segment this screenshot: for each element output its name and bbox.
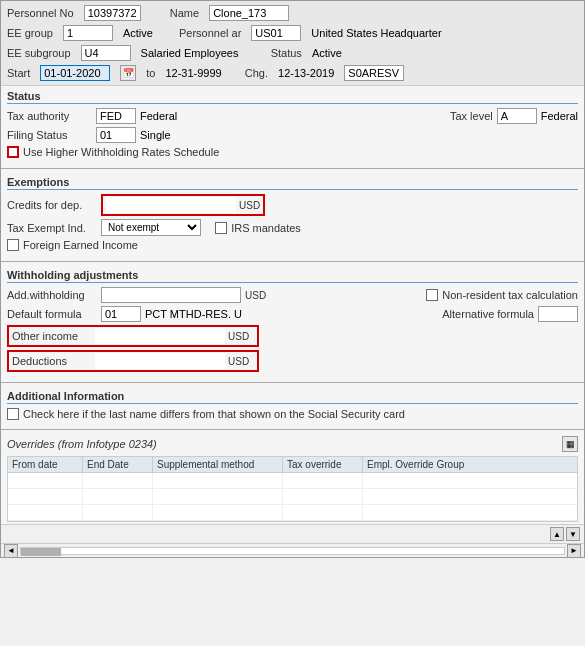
chg-date: 12-13-2019 (278, 67, 334, 79)
scroll-thumb (21, 548, 61, 556)
chg-label: Chg. (245, 67, 268, 79)
scroll-right-btn[interactable]: ► (567, 544, 581, 558)
col-end-date: End Date (83, 457, 153, 472)
cell-supplemental-2 (153, 489, 283, 504)
ee-group-code: 1 (63, 25, 113, 41)
tax-authority-label: Tax authority (7, 110, 92, 122)
alternative-formula-input[interactable] (538, 306, 578, 322)
credits-for-dep-row: Credits for dep. USD (7, 194, 578, 216)
ee-group-status: Active (123, 27, 153, 39)
tax-level-name: Federal (541, 110, 578, 122)
deductions-currency: USD (228, 356, 249, 367)
status-value: Active (312, 47, 342, 59)
status-label: Status (271, 47, 302, 59)
deductions-label: Deductions (12, 355, 92, 367)
additional-section: Additional Information Check here if the… (1, 386, 584, 427)
other-income-label: Other income (12, 330, 92, 342)
ee-subgroup-label: EE subgroup (7, 47, 71, 59)
grid-icon[interactable]: ▦ (562, 436, 578, 452)
deductions-row: Deductions USD (7, 350, 578, 372)
cell-end-date-1 (83, 473, 153, 488)
start-date[interactable]: 01-01-2020 (40, 65, 110, 81)
cell-tax-override-3 (283, 505, 363, 520)
use-higher-withholding-checkbox[interactable] (7, 146, 19, 158)
credits-for-dep-input[interactable] (106, 197, 236, 213)
check-last-name-label: Check here if the last name differs from… (23, 408, 405, 420)
default-formula-value: PCT MTHD-RES. U (145, 308, 242, 320)
tax-level-code[interactable]: A (497, 108, 537, 124)
cell-end-date-2 (83, 489, 153, 504)
header-row-3: EE subgroup U4 Salaried Employees Status… (7, 44, 578, 62)
use-higher-withholding-label: Use Higher Withholding Rates Schedule (23, 146, 219, 158)
chg-user: S0ARESV (344, 65, 404, 81)
exemptions-section: Exemptions Credits for dep. USD Tax Exem… (1, 172, 584, 258)
tax-exempt-row: Tax Exempt Ind. Not exempt IRS mandates (7, 219, 578, 236)
scroll-track[interactable] (20, 547, 565, 555)
add-withholding-input[interactable] (101, 287, 241, 303)
check-last-name-row: Check here if the last name differs from… (7, 408, 578, 420)
other-income-row: Other income USD (7, 325, 578, 347)
scroll-left-btn[interactable]: ◄ (4, 544, 18, 558)
cell-from-date-3 (8, 505, 83, 520)
default-formula-label: Default formula (7, 308, 97, 320)
ee-subgroup-name: Salaried Employees (141, 47, 239, 59)
cell-tax-override-1 (283, 473, 363, 488)
foreign-earned-income-checkbox[interactable] (7, 239, 19, 251)
filing-status-code[interactable]: 01 (96, 127, 136, 143)
vertical-scrollbar-area: ▲ ▼ (1, 524, 584, 543)
col-empl-override: Empl. Override Group (363, 457, 577, 472)
personnel-area-label: Personnel ar (179, 27, 241, 39)
scroll-down-btn[interactable]: ▼ (566, 527, 580, 541)
foreign-earned-income-label: Foreign Earned Income (23, 239, 138, 251)
col-supplemental: Supplemental method (153, 457, 283, 472)
name-label: Name (170, 7, 199, 19)
calendar-icon[interactable]: 📅 (120, 65, 136, 81)
other-income-input[interactable] (95, 328, 225, 344)
check-last-name-checkbox[interactable] (7, 408, 19, 420)
add-withholding-currency: USD (245, 290, 266, 301)
table-row (8, 505, 577, 521)
use-higher-withholding-row: Use Higher Withholding Rates Schedule (7, 146, 578, 158)
status-section-title: Status (7, 90, 578, 104)
filing-status-name: Single (140, 129, 171, 141)
overrides-title: Overrides (from Infotype 0234) (7, 438, 157, 450)
tax-authority-code[interactable]: FED (96, 108, 136, 124)
to-label: to (146, 67, 155, 79)
personnel-no-label: Personnel No (7, 7, 74, 19)
cell-tax-override-2 (283, 489, 363, 504)
withholding-title: Withholding adjustments (7, 269, 578, 283)
deductions-input[interactable] (95, 353, 225, 369)
main-container: Personnel No 10397372 Name Clone_173 EE … (0, 0, 585, 558)
status-section: Status Tax authority FED Federal Tax lev… (1, 86, 584, 165)
filing-status-label: Filing Status (7, 129, 92, 141)
cell-from-date-1 (8, 473, 83, 488)
scroll-up-btn[interactable]: ▲ (550, 527, 564, 541)
cell-empl-override-1 (363, 473, 577, 488)
additional-title: Additional Information (7, 390, 578, 404)
start-label: Start (7, 67, 30, 79)
tax-exempt-dropdown[interactable]: Not exempt (101, 219, 201, 236)
overrides-table: From date End Date Supplemental method T… (7, 456, 578, 522)
default-formula-code[interactable]: 01 (101, 306, 141, 322)
horizontal-scrollbar: ◄ ► (1, 543, 584, 557)
end-date: 12-31-9999 (165, 67, 221, 79)
alternative-formula-label: Alternative formula (442, 308, 534, 320)
irs-mandates-checkbox[interactable] (215, 222, 227, 234)
other-income-currency: USD (228, 331, 249, 342)
cell-empl-override-3 (363, 505, 577, 520)
cell-supplemental-1 (153, 473, 283, 488)
cell-end-date-3 (83, 505, 153, 520)
header-row-2: EE group 1 Active Personnel ar US01 Unit… (7, 24, 578, 42)
table-row (8, 473, 577, 489)
add-withholding-row: Add.withholding USD Non-resident tax cal… (7, 287, 578, 303)
foreign-earned-income-row: Foreign Earned Income (7, 239, 578, 251)
ee-subgroup-code: U4 (81, 45, 131, 61)
non-resident-checkbox[interactable] (426, 289, 438, 301)
col-tax-override: Tax override (283, 457, 363, 472)
tax-authority-row: Tax authority FED Federal Tax level A Fe… (7, 108, 578, 124)
header-bar: Personnel No 10397372 Name Clone_173 EE … (1, 1, 584, 86)
cell-from-date-2 (8, 489, 83, 504)
overrides-section: Overrides (from Infotype 0234) ▦ (1, 432, 584, 454)
header-row-1: Personnel No 10397372 Name Clone_173 (7, 4, 578, 22)
ee-group-label: EE group (7, 27, 53, 39)
